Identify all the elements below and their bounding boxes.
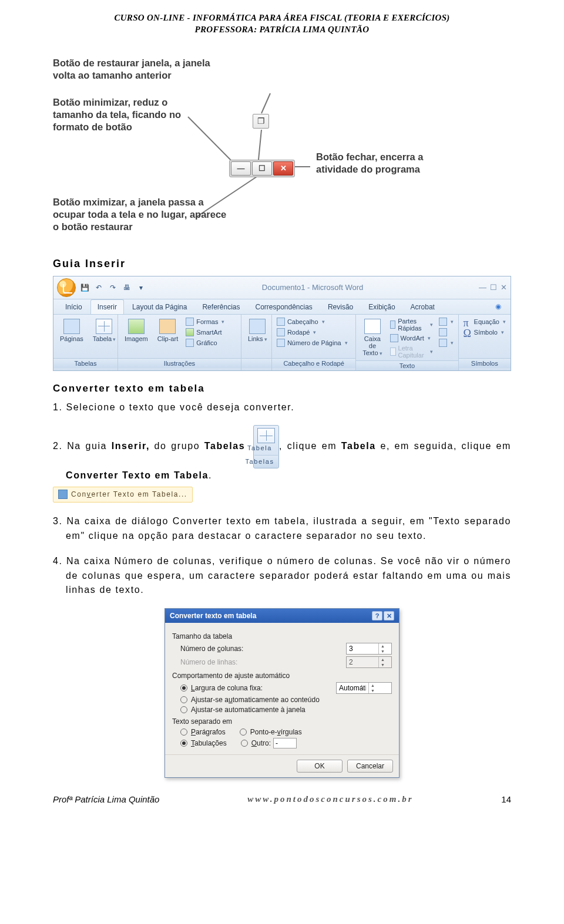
redo-icon[interactable]: ↷ (108, 282, 118, 293)
grafico-button[interactable]: Gráfico (184, 338, 226, 348)
label-minimize: Botão minimizar, reduz o tamanho da tela… (53, 96, 206, 134)
help-icon[interactable]: ◉ (491, 299, 506, 314)
step-2: 2. Na guia Inserir, do grupo Tabelas Tab… (53, 425, 511, 504)
input-num-linhas (347, 657, 378, 667)
dialog-close-icon[interactable]: ✕ (384, 611, 394, 621)
label-outro: Outro: (251, 739, 271, 747)
word-ribbon: 💾 ↶ ↷ 🖶 ▾ Documento1 - Microsoft Word — … (53, 276, 511, 371)
links-button[interactable]: Links▾ (245, 317, 270, 345)
tab-acrobat[interactable]: Acrobat (404, 299, 442, 314)
window-button-group: — ☐ ✕ (229, 160, 295, 177)
page-header: CURSO ON-LINE - INFORMÁTICA PARA ÁREA FI… (53, 12, 511, 36)
object-button[interactable]: ▾ (438, 338, 455, 348)
print-icon[interactable]: 🖶 (122, 282, 132, 293)
numero-pagina-button[interactable]: Número de Página▾ (276, 338, 352, 348)
rodape-button[interactable]: Rodapé▾ (276, 328, 352, 337)
shapes-icon (186, 318, 194, 326)
spinner-largura[interactable]: ▲▼ (336, 682, 392, 694)
footer-page-number: 14 (501, 794, 511, 804)
spin-up-icon: ▲ (379, 657, 387, 662)
paginas-button[interactable]: Páginas (57, 317, 86, 344)
maximize-icon: ☐ (252, 161, 272, 176)
radio-paragrafos[interactable] (180, 729, 187, 736)
smartart-button[interactable]: SmartArt (184, 328, 226, 337)
section-guia-inserir: Guia Inserir (53, 258, 511, 270)
group-label-simbolos: Símbolos (459, 358, 511, 368)
input-num-colunas[interactable] (347, 644, 378, 653)
image-icon (128, 319, 145, 334)
object-icon (439, 339, 447, 347)
group-label-links (241, 358, 271, 368)
tab-inicio[interactable]: Início (58, 299, 89, 314)
label-num-colunas: Número de colunas: (180, 645, 346, 653)
window-minimize-icon[interactable]: — (479, 283, 486, 292)
save-icon[interactable]: 💾 (79, 282, 90, 293)
minimize-icon: — (231, 161, 251, 176)
clipart-button[interactable]: Clip-art (155, 317, 181, 344)
qat-more-icon[interactable]: ▾ (136, 282, 146, 293)
undo-icon[interactable]: ↶ (93, 282, 104, 293)
table-icon (257, 428, 275, 443)
imagem-button[interactable]: Imagem (122, 317, 151, 344)
spinner-num-colunas[interactable]: ▲▼ (346, 643, 392, 655)
menu-item-converter[interactable]: Converter Texto em Tabela... (53, 487, 193, 503)
letra-capitular-button[interactable]: Letra Capitular▾ (389, 344, 434, 359)
datetime-button[interactable] (438, 328, 455, 337)
header-line2: PROFESSORA: PATRÍCIA LIMA QUINTÃO (53, 23, 511, 35)
tab-layout[interactable]: Layout da Página (125, 299, 194, 314)
signature-button[interactable]: ▾ (438, 317, 455, 326)
footer-url: www.pontodosconcursos.com.br (247, 794, 413, 804)
tab-correspondencias[interactable]: Correspondências (248, 299, 319, 314)
tabela-button[interactable]: Tabela▾ (90, 317, 119, 345)
simbolo-button[interactable]: ΩSímbolo▾ (462, 328, 507, 337)
document-title: Documento1 - Microsoft Word (146, 283, 479, 292)
radio-outro[interactable] (241, 740, 248, 747)
radio-tabulacoes[interactable] (180, 740, 187, 747)
tab-revisao[interactable]: Revisão (321, 299, 360, 314)
spin-down-icon: ▼ (379, 662, 387, 667)
step-1: 1. Selecione o texto que você deseja con… (53, 400, 511, 415)
input-largura[interactable] (337, 683, 368, 693)
datetime-icon (439, 328, 447, 336)
dialog-help-icon[interactable]: ? (372, 611, 382, 621)
cancel-button[interactable]: Cancelar (347, 760, 393, 773)
footer-icon (277, 328, 285, 336)
caixa-texto-button[interactable]: Caixa de Texto▾ (360, 317, 385, 359)
label-largura-fixa: Largura de coluna fixa: (191, 684, 336, 692)
spinner-num-linhas: ▲▼ (346, 656, 392, 668)
spin-down-icon[interactable]: ▼ (379, 649, 387, 654)
tab-inserir[interactable]: Inserir (90, 299, 124, 314)
equacao-button[interactable]: πEquação▾ (462, 317, 507, 326)
partes-rapidas-button[interactable]: Partes Rápidas▾ (389, 317, 434, 332)
radio-ajuste-janela[interactable] (180, 706, 187, 713)
tab-referencias[interactable]: Referências (195, 299, 247, 314)
wordart-button[interactable]: WordArt▾ (389, 333, 434, 343)
wordart-icon (390, 334, 398, 342)
group-label-ilustracoes: Ilustrações (118, 358, 241, 368)
label-maximize: Botão mximizar, a janela passa a ocupar … (53, 196, 229, 234)
formas-button[interactable]: Formas▾ (184, 317, 226, 326)
dropcap-icon (390, 348, 396, 356)
radio-largura-fixa[interactable] (180, 684, 187, 692)
label-close: Botão fechar, encerra a atividade do pro… (316, 151, 445, 176)
spin-up-icon[interactable]: ▲ (379, 643, 387, 649)
links-icon (249, 319, 266, 334)
window-close-icon[interactable]: ✕ (501, 283, 507, 292)
office-button-icon[interactable] (57, 278, 76, 297)
window-maximize-icon[interactable]: ☐ (490, 283, 497, 292)
group-label-cabrodape: Cabeçalho e Rodapé (272, 358, 355, 368)
step-3: 3. Na caixa de diálogo Converter texto e… (53, 514, 511, 544)
cabecalho-button[interactable]: Cabeçalho▾ (276, 317, 352, 326)
convert-table-icon (58, 490, 68, 499)
radio-ajuste-conteudo[interactable] (180, 696, 187, 703)
radio-ponto-virgulas[interactable] (240, 729, 247, 736)
svg-line-1 (261, 93, 270, 113)
spin-up-icon[interactable]: ▲ (369, 683, 377, 688)
spin-down-icon[interactable]: ▼ (369, 688, 377, 693)
label-paragrafos: Parágrafos (191, 728, 226, 736)
footer-author: Profª Patrícia Lima Quintão (53, 794, 159, 804)
ok-button[interactable]: OK (297, 760, 343, 773)
label-num-linhas: Número de linhas: (180, 658, 346, 666)
input-outro[interactable] (273, 738, 297, 748)
tab-exibicao[interactable]: Exibição (361, 299, 402, 314)
